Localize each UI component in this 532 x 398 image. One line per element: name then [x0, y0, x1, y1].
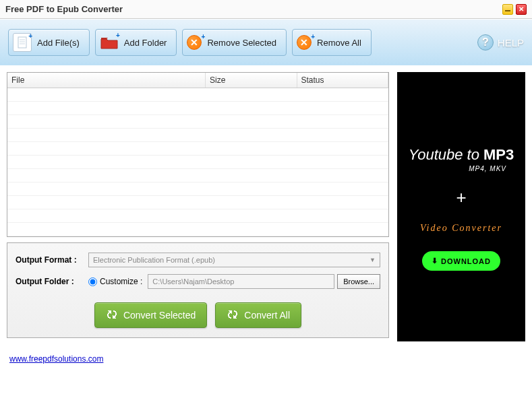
close-button[interactable]: ✕	[516, 4, 527, 15]
footer: www.freepdfsolutions.com	[0, 348, 532, 368]
svg-rect-1	[18, 37, 26, 48]
side-advertisement[interactable]: Youtube to MP3 MP4, MKV + Video Converte…	[397, 72, 525, 341]
output-format-value: Electronic Publication Format (.epub)	[93, 256, 215, 264]
chevron-down-icon: ▼	[370, 257, 376, 263]
ad-headline: Youtube to MP3	[409, 146, 514, 164]
minimize-icon	[504, 6, 511, 13]
refresh-icon: 🗘	[106, 309, 118, 321]
convert-all-button[interactable]: 🗘 Convert All	[215, 302, 301, 328]
add-folder-button[interactable]: + Add Folder	[95, 29, 177, 56]
title-bar: Free PDF to Epub Converter ✕	[0, 0, 532, 19]
refresh-icon: 🗘	[227, 309, 239, 321]
help-button[interactable]: ? HELP	[477, 34, 524, 51]
column-header-file[interactable]: File	[7, 73, 206, 88]
add-files-label: Add File(s)	[37, 38, 80, 48]
help-label: HELP	[498, 37, 524, 48]
table-row	[7, 169, 388, 183]
svg-rect-0	[505, 10, 510, 11]
minimize-button[interactable]	[502, 4, 513, 15]
table-row	[7, 223, 388, 236]
folder-plus-icon: +	[100, 33, 119, 52]
column-header-status[interactable]: Status	[297, 73, 388, 88]
convert-all-label: Convert All	[244, 310, 290, 321]
footer-link[interactable]: www.freepdfsolutions.com	[9, 354, 103, 364]
customize-radio[interactable]: Customize :	[88, 277, 142, 286]
remove-all-button[interactable]: ✕+ Remove All	[292, 29, 372, 56]
output-folder-input[interactable]	[148, 274, 334, 289]
output-format-select[interactable]: Electronic Publication Format (.epub) ▼	[88, 253, 380, 267]
download-arrow-icon: ⬇	[432, 257, 438, 265]
remove-selected-button[interactable]: ✕+ Remove Selected	[182, 29, 287, 56]
output-folder-label: Output Folder :	[16, 277, 88, 286]
toolbar: + Add File(s) + Add Folder ✕+ Remove Sel…	[0, 19, 532, 65]
document-plus-icon: +	[13, 33, 32, 52]
table-row	[7, 115, 388, 129]
table-row	[7, 102, 388, 115]
table-row	[7, 183, 388, 196]
table-row	[7, 196, 388, 209]
remove-x-icon: ✕+	[187, 35, 202, 50]
close-icon: ✕	[519, 5, 524, 13]
file-list-table[interactable]: File Size Status	[7, 72, 389, 237]
table-row	[7, 209, 388, 223]
add-files-button[interactable]: + Add File(s)	[8, 29, 90, 56]
output-format-label: Output Format :	[16, 255, 88, 265]
remove-all-x-icon: ✕+	[297, 35, 312, 50]
table-row	[7, 129, 388, 142]
help-icon: ?	[477, 34, 494, 51]
output-settings-panel: Output Format : Electronic Publication F…	[7, 242, 389, 338]
app-title: Free PDF to Epub Converter	[5, 4, 500, 14]
ad-line3: Video Converter	[420, 223, 502, 234]
table-row	[7, 156, 388, 169]
remove-selected-label: Remove Selected	[207, 38, 276, 48]
table-row	[7, 142, 388, 156]
customize-radio-input[interactable]	[88, 277, 97, 286]
add-folder-label: Add Folder	[124, 38, 167, 48]
convert-selected-label: Convert Selected	[123, 310, 196, 321]
ad-download-button[interactable]: ⬇ DOWNLOAD	[422, 251, 500, 271]
column-header-size[interactable]: Size	[206, 73, 297, 88]
customize-label: Customize :	[100, 277, 142, 286]
ad-subhead: MP4, MKV	[469, 165, 506, 172]
table-row	[7, 88, 388, 102]
convert-selected-button[interactable]: 🗘 Convert Selected	[94, 302, 207, 328]
remove-all-label: Remove All	[317, 38, 361, 48]
plus-icon: +	[456, 187, 466, 208]
browse-button[interactable]: Browse...	[337, 274, 380, 289]
